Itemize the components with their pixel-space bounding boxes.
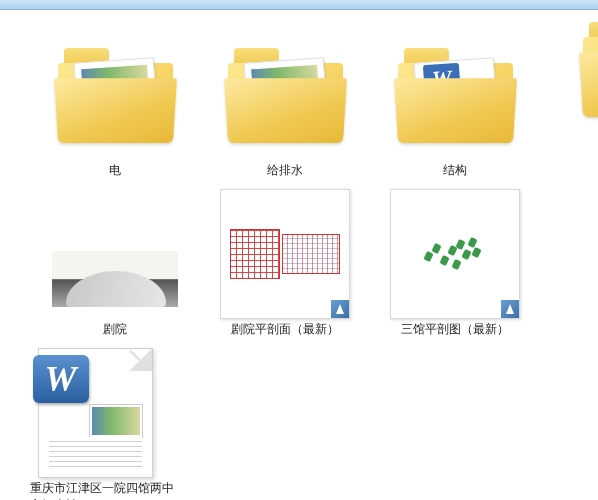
folder-icon: W xyxy=(390,30,520,160)
file-item[interactable]: 剧院平剖面（最新） xyxy=(200,189,370,338)
item-label: 电 xyxy=(109,162,121,179)
folder-item[interactable]: 电 xyxy=(30,30,200,179)
shortcut-overlay-icon xyxy=(501,300,519,318)
item-label: 重庆市江津区一院四馆两中心概念性 xyxy=(30,480,180,500)
item-label: 剧院 xyxy=(103,321,127,338)
item-label: 剧院平剖面（最新） xyxy=(231,321,339,338)
folder-item-partial[interactable] xyxy=(583,22,598,117)
toolbar xyxy=(0,0,598,10)
file-item-partial[interactable] xyxy=(558,240,598,310)
image-thumbnail xyxy=(390,189,520,319)
folder-icon xyxy=(220,30,350,160)
folder-item[interactable]: W 结构 xyxy=(370,30,540,179)
folder-icon xyxy=(50,30,180,160)
shortcut-overlay-icon xyxy=(331,300,349,318)
file-item[interactable]: 剧院 xyxy=(30,189,200,338)
folder-item[interactable]: 给排水 xyxy=(200,30,370,179)
image-thumbnail xyxy=(50,189,180,319)
word-doc-icon: W xyxy=(30,348,160,478)
file-item[interactable]: W 重庆市江津区一院四馆两中心概念性 xyxy=(30,348,200,500)
file-grid: 电 给排水 W 结构 剧院 xyxy=(0,10,598,500)
item-label: 三馆平剖图（最新） xyxy=(401,321,509,338)
image-thumbnail xyxy=(220,189,350,319)
file-item[interactable]: 三馆平剖图（最新） xyxy=(370,189,540,338)
item-label: 给排水 xyxy=(267,162,303,179)
item-label: 结构 xyxy=(443,162,467,179)
